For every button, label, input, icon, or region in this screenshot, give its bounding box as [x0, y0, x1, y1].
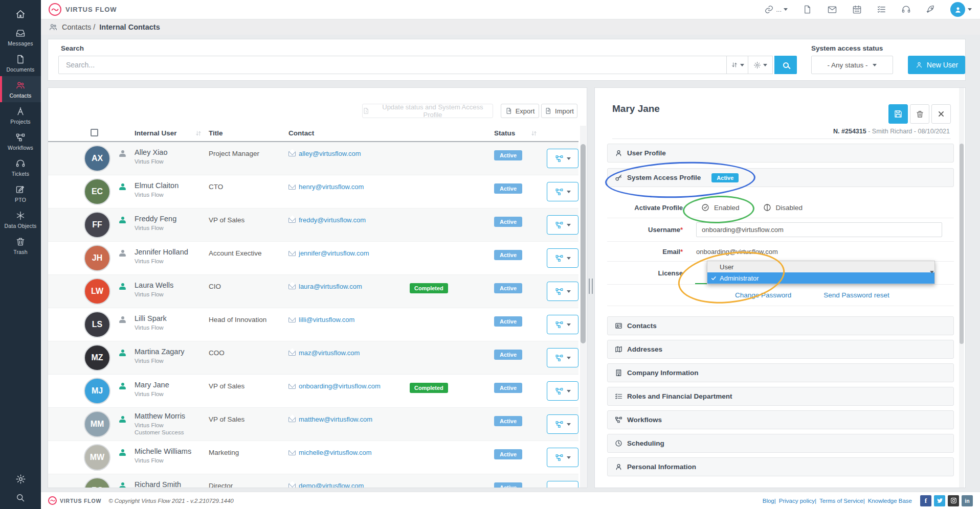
sort-button[interactable] [726, 56, 748, 74]
email-link[interactable]: alley@virtusflow.com [288, 150, 361, 157]
table-row[interactable]: FF Freddy FengVirtus Flow VP of Sales fr… [48, 209, 578, 242]
save-button[interactable] [888, 104, 908, 124]
sort-arrows-icon[interactable] [195, 130, 202, 137]
delete-button[interactable] [910, 104, 929, 124]
sidebar-item-tickets[interactable]: Tickets [0, 154, 41, 180]
email-link[interactable]: michelle@virtusflow.com [288, 449, 372, 456]
workflow-dropdown-button[interactable] [547, 348, 578, 367]
workflow-dropdown-button[interactable] [547, 315, 578, 334]
workflow-dropdown-button[interactable] [547, 149, 578, 168]
section-contacts[interactable]: Contacts [607, 316, 954, 335]
email-link[interactable]: laura@virtusflow.com [288, 283, 362, 290]
scrollbar-thumb[interactable] [960, 144, 964, 344]
workflow-dropdown-button[interactable] [547, 282, 578, 301]
sidebar-item-trash[interactable]: Trash [0, 233, 41, 259]
enabled-radio[interactable]: Enabled [701, 203, 740, 212]
update-status-button[interactable]: Update status and System Access Profile [362, 104, 493, 118]
headphones-icon[interactable] [901, 5, 911, 14]
sidebar-item-contacts[interactable]: Contacts [0, 76, 41, 102]
export-button[interactable]: Export [501, 104, 539, 118]
table-row[interactable]: MM Matthew MorrisVirtus FlowCustomer Suc… [48, 408, 578, 441]
search-settings-button[interactable] [748, 56, 773, 74]
license-option-user[interactable]: User [707, 261, 934, 272]
search-submit-button[interactable] [774, 56, 797, 74]
table-row[interactable]: LW Laura WellsVirtus Flow CIO laura@virt… [48, 275, 578, 308]
section-workflows[interactable]: Workflows [607, 410, 954, 429]
license-option-administrator[interactable]: Administrator [707, 272, 934, 284]
table-row[interactable]: AX Alley XiaoVirtus Flow Project Manager… [48, 142, 578, 175]
workflow-dropdown-button[interactable] [547, 414, 578, 434]
close-button[interactable] [931, 104, 951, 124]
breadcrumb-section[interactable]: Contacts / [62, 23, 95, 31]
user-menu[interactable] [950, 2, 972, 17]
system-access-status-select[interactable]: - Any status - [811, 56, 893, 74]
new-user-button[interactable]: New User [908, 56, 965, 74]
knowledge-base-link[interactable]: Knowledge Base [868, 498, 912, 504]
workflow-dropdown-button[interactable] [547, 448, 578, 467]
sidebar-item-messages[interactable]: Messages [0, 24, 41, 50]
disabled-radio[interactable]: Disabled [763, 203, 803, 212]
section-company-information[interactable]: Company Information [607, 363, 954, 382]
section-scheduling[interactable]: Scheduling [607, 434, 954, 453]
column-status[interactable]: Status [494, 129, 515, 137]
search-input[interactable] [58, 56, 727, 74]
privacy-policy-link[interactable]: Privacy policy| [779, 498, 816, 504]
column-contact[interactable]: Contact [288, 129, 314, 137]
workflow-dropdown-button[interactable] [547, 182, 578, 201]
email-link[interactable]: freddy@virtusflow.com [288, 216, 366, 224]
change-password-link[interactable]: Change Password [735, 291, 791, 299]
sidebar-settings-button[interactable] [0, 474, 41, 484]
email-link[interactable]: lilli@virtusflow.com [288, 316, 354, 323]
table-row[interactable]: LS Lilli SparkVirtus Flow Head of Innova… [48, 308, 578, 341]
workflow-dropdown-button[interactable] [547, 381, 578, 401]
table-row[interactable]: RS Richard SmithVirtus Flow Director dem… [48, 474, 578, 488]
column-internal-user[interactable]: Internal User [135, 129, 177, 137]
license-select-caret[interactable] [930, 271, 934, 275]
terms-of-service-link[interactable]: Terms of Service| [819, 498, 865, 504]
email-link[interactable]: demo@virtusflow.com [288, 482, 364, 488]
detail-scrollbar[interactable] [959, 88, 964, 488]
instagram-icon[interactable] [948, 495, 959, 506]
sidebar-item-documents[interactable]: Documents [0, 50, 41, 76]
column-title[interactable]: Title [209, 129, 223, 137]
table-row[interactable]: MJ Mary JaneVirtus Flow VP of Sales onbo… [48, 375, 578, 408]
email-link[interactable]: jennifer@virtusflow.com [288, 249, 369, 257]
quick-links-menu[interactable]: ... [764, 5, 788, 14]
table-row[interactable]: EC Elmut ClaitonVirtus Flow CTO henry@vi… [48, 175, 578, 209]
linkedin-icon[interactable]: in [962, 495, 973, 506]
section-roles-financial[interactable]: Roles and Financial Department [607, 387, 954, 406]
section-personal-information[interactable]: Personal Information [607, 457, 954, 476]
scrollbar-thumb[interactable] [581, 144, 586, 343]
workflow-dropdown-button[interactable] [547, 215, 578, 235]
sidebar-search-button[interactable] [0, 493, 41, 503]
email-link[interactable]: matthew@virtusflow.com [288, 415, 372, 423]
email-link[interactable]: onboarding@virtusflow.com [288, 382, 381, 390]
section-addresses[interactable]: Addresses [607, 340, 954, 359]
mail-icon[interactable] [827, 5, 837, 15]
table-row[interactable]: JH Jennifer HollandVirtus Flow Account E… [48, 242, 578, 275]
import-button[interactable]: Import [541, 104, 577, 118]
sidebar-item-workflows[interactable]: Workflows [0, 128, 41, 154]
facebook-icon[interactable]: f [920, 495, 931, 506]
blog-link[interactable]: Blog| [763, 498, 776, 504]
sidebar-item-pto[interactable]: PTO [0, 180, 41, 206]
sidebar-item-data-objects[interactable]: Data Objects [0, 206, 41, 233]
email-link[interactable]: henry@virtusflow.com [288, 183, 364, 191]
table-scrollbar[interactable] [580, 126, 586, 488]
table-row[interactable]: MW Michelle WilliamsVirtus Flow Marketin… [48, 441, 578, 474]
section-user-profile[interactable]: User Profile [607, 144, 954, 163]
panel-splitter-handle[interactable] [589, 279, 593, 294]
rocket-icon[interactable] [926, 5, 936, 14]
workflow-dropdown-button[interactable] [547, 481, 578, 488]
email-link[interactable]: maz@virtusflow.com [288, 349, 360, 357]
username-input[interactable] [696, 222, 942, 237]
sort-arrows-icon[interactable] [530, 130, 538, 137]
workflow-dropdown-button[interactable] [547, 248, 578, 268]
section-system-access-profile[interactable]: System Access Profile Active [607, 168, 954, 187]
sidebar-item-projects[interactable]: Projects [0, 102, 41, 128]
twitter-icon[interactable] [934, 495, 945, 506]
table-row[interactable]: MZ Martina ZagaryVirtus Flow COO maz@vir… [48, 341, 578, 375]
send-password-reset-link[interactable]: Send Password reset [823, 291, 889, 299]
sidebar-item-home[interactable] [15, 5, 26, 24]
document-icon[interactable] [803, 5, 812, 14]
